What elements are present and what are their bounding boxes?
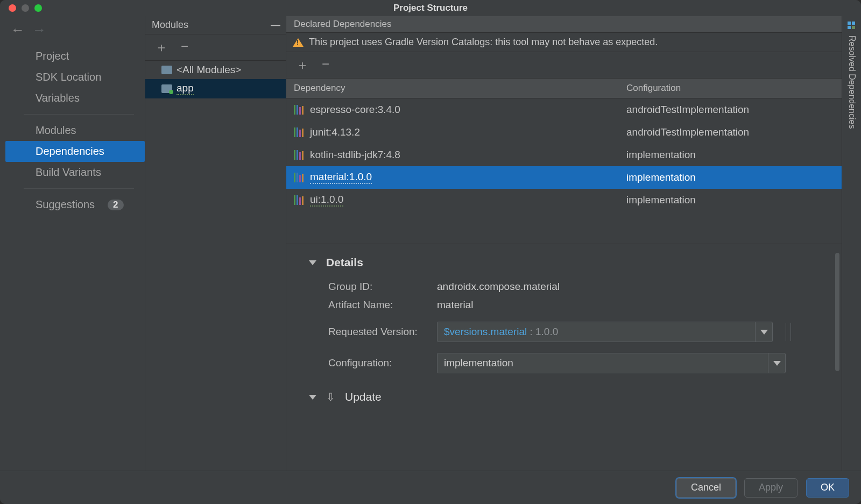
dropdown-button[interactable]	[768, 353, 785, 373]
nav-back-icon[interactable]: ←	[11, 22, 25, 38]
module-label: <All Modules>	[177, 64, 241, 76]
table-row[interactable]: kotlin-stdlib-jdk7:4.8 implementation	[286, 144, 842, 166]
add-dependency-button[interactable]: ＋	[296, 56, 309, 74]
library-icon	[294, 127, 304, 137]
window-controls	[9, 4, 42, 12]
sidebar-item-sdk-location[interactable]: SDK Location	[5, 67, 145, 88]
folder-icon	[161, 66, 172, 74]
module-row-all[interactable]: <All Modules>	[145, 61, 286, 79]
sidebar-item-dependencies[interactable]: Dependencies	[5, 141, 145, 162]
svg-rect-1	[852, 22, 855, 25]
minimize-window-icon[interactable]	[22, 4, 29, 12]
modules-panel: Modules — ＋ − <All Modules> app	[145, 16, 286, 471]
suggestions-badge: 2	[108, 200, 123, 210]
sidebar-item-modules[interactable]: Modules	[5, 120, 145, 141]
resolved-deps-label: Resolved Dependencies	[847, 36, 857, 129]
nav-forward-icon[interactable]: →	[32, 22, 46, 38]
dep-name: ui:1.0.0	[310, 194, 343, 207]
dialog-footer: Cancel Apply OK	[0, 471, 861, 504]
library-icon	[294, 105, 304, 115]
dependency-table: espresso-core:3.4.0 androidTestImplement…	[286, 98, 842, 244]
dep-conf: implementation	[619, 149, 842, 161]
svg-rect-0	[848, 22, 851, 25]
declared-header: Declared Dependencies	[286, 16, 842, 33]
details-title: Details	[326, 256, 363, 269]
dep-conf: androidTestImplementation	[619, 104, 842, 116]
ok-button[interactable]: OK	[806, 478, 849, 498]
library-icon	[294, 173, 304, 182]
titlebar: Project Structure	[0, 0, 861, 16]
warning-banner: This project uses Gradle Version Catalog…	[286, 33, 842, 52]
chevron-down-icon	[760, 330, 768, 335]
sidebar-separator	[24, 188, 134, 189]
cancel-button[interactable]: Cancel	[676, 478, 736, 498]
library-icon	[294, 195, 304, 205]
sidebar-item-build-variants[interactable]: Build Variants	[5, 162, 145, 183]
remove-module-button[interactable]: −	[181, 39, 188, 56]
drag-handle-icon[interactable]	[786, 323, 791, 341]
configuration-label: Configuration:	[328, 357, 432, 369]
download-icon: ⇩	[326, 391, 335, 403]
warning-icon	[293, 38, 304, 47]
artifact-name-value: material	[437, 299, 474, 311]
requested-version-label: Requested Version:	[328, 326, 432, 338]
dependency-table-header: Dependency Configuration	[286, 79, 842, 98]
svg-rect-2	[848, 26, 851, 29]
table-row[interactable]: espresso-core:3.4.0 androidTestImplement…	[286, 98, 842, 121]
update-title: Update	[345, 391, 382, 403]
column-configuration[interactable]: Configuration	[619, 79, 842, 98]
table-row[interactable]: ui:1.0.0 implementation	[286, 189, 842, 211]
scrollbar-thumb[interactable]	[835, 253, 839, 371]
dep-name: material:1.0.0	[310, 171, 372, 184]
sidebar-item-project[interactable]: Project	[5, 46, 145, 67]
details-panel: Details Group ID: androidx.compose.mater…	[286, 244, 842, 471]
dep-conf: androidTestImplementation	[619, 126, 842, 138]
sidebar-separator	[24, 114, 134, 115]
requested-version-value: $versions.material : 1.0.0	[437, 326, 755, 338]
requested-version-combo[interactable]: $versions.material : 1.0.0	[437, 322, 773, 342]
column-dependency[interactable]: Dependency	[286, 79, 619, 98]
modules-header: Modules —	[145, 16, 286, 34]
close-window-icon[interactable]	[9, 4, 16, 12]
project-structure-dialog: Project Structure ← → Project SDK Locati…	[0, 0, 861, 504]
collapse-icon[interactable]: —	[271, 19, 279, 31]
window-title: Project Structure	[393, 3, 468, 13]
library-icon	[294, 150, 304, 160]
remove-dependency-button[interactable]: −	[322, 56, 329, 74]
module-row-app[interactable]: app	[145, 79, 286, 98]
dep-name: junit:4.13.2	[310, 126, 360, 138]
modules-header-label: Modules	[152, 19, 188, 31]
sidebar-item-suggestions[interactable]: Suggestions 2	[5, 194, 145, 215]
table-row[interactable]: material:1.0.0 implementation	[286, 166, 842, 189]
dep-conf: implementation	[619, 194, 842, 206]
dep-name: kotlin-stdlib-jdk7:4.8	[310, 149, 400, 161]
table-row[interactable]: junit:4.13.2 androidTestImplementation	[286, 121, 842, 144]
dep-name: espresso-core:3.4.0	[310, 104, 400, 116]
module-label: app	[177, 82, 194, 95]
chevron-down-icon[interactable]	[309, 260, 316, 265]
artifact-name-label: Artifact Name:	[328, 299, 432, 311]
sidebar-item-label: Suggestions	[36, 198, 95, 211]
chevron-down-icon	[773, 361, 781, 366]
dep-conf: implementation	[619, 172, 842, 183]
main-panel: Declared Dependencies This project uses …	[286, 16, 842, 471]
nav-sidebar: ← → Project SDK Location Variables Modul…	[0, 16, 145, 471]
resolved-deps-tab[interactable]: Resolved Dependencies	[842, 16, 861, 471]
apply-button[interactable]: Apply	[744, 478, 798, 498]
add-module-button[interactable]: ＋	[155, 39, 168, 56]
sidebar-item-variables[interactable]: Variables	[5, 88, 145, 109]
configuration-value: implementation	[437, 357, 768, 369]
dependency-toolbar: ＋ −	[286, 52, 842, 79]
svg-rect-3	[852, 26, 855, 29]
resolved-icon	[848, 22, 856, 30]
folder-icon	[161, 84, 172, 93]
group-id-value: androidx.compose.material	[437, 281, 560, 293]
maximize-window-icon[interactable]	[34, 4, 42, 12]
warning-text: This project uses Gradle Version Catalog…	[309, 37, 658, 48]
dropdown-button[interactable]	[755, 322, 772, 342]
configuration-combo[interactable]: implementation	[437, 353, 786, 373]
chevron-down-icon[interactable]	[309, 395, 316, 400]
group-id-label: Group ID:	[328, 281, 432, 293]
